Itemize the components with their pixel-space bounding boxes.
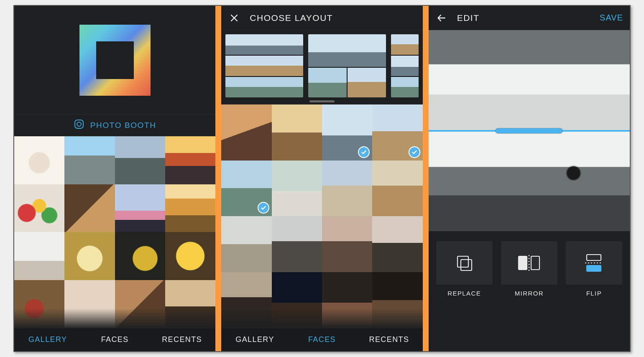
faces-thumb[interactable] — [272, 105, 322, 161]
tab-faces[interactable]: FACES — [289, 335, 355, 344]
faces-thumb[interactable] — [272, 216, 322, 272]
gallery-thumb[interactable] — [64, 232, 115, 280]
svg-rect-8 — [461, 260, 472, 270]
close-icon[interactable] — [228, 12, 240, 24]
layout-option[interactable] — [391, 34, 419, 97]
screen-edit: EDIT SAVE — [429, 6, 630, 351]
faces-grid — [221, 105, 422, 328]
flip-label: FLIP — [566, 290, 622, 297]
photo-booth-label: PHOTO BOOTH — [90, 121, 156, 130]
faces-thumb[interactable] — [221, 161, 271, 217]
faces-thumb[interactable] — [322, 161, 372, 217]
selected-check-icon — [258, 202, 269, 214]
faces-thumb[interactable] — [221, 272, 271, 328]
svg-rect-1 — [96, 41, 134, 79]
faces-thumb[interactable] — [221, 105, 271, 161]
svg-point-3 — [77, 122, 81, 126]
home-tabs: GALLERY FACES RECENTS — [14, 328, 215, 351]
tab-gallery[interactable]: GALLERY — [14, 335, 81, 344]
svg-rect-9 — [519, 256, 527, 270]
app-logo-area — [14, 6, 215, 115]
layout-options-carousel[interactable] — [221, 30, 422, 105]
choose-layout-title: CHOOSE LAYOUT — [250, 13, 333, 23]
tab-recents[interactable]: RECENTS — [148, 335, 215, 344]
layout-option[interactable] — [308, 34, 386, 97]
faces-thumb[interactable] — [272, 272, 322, 328]
replace-button[interactable] — [436, 241, 493, 285]
tab-gallery[interactable]: GALLERY — [221, 335, 288, 344]
back-icon[interactable] — [435, 12, 448, 24]
faces-thumb[interactable] — [372, 216, 422, 272]
choose-tabs: GALLERY FACES RECENTS — [221, 328, 422, 351]
faces-thumb[interactable] — [221, 216, 271, 272]
choose-layout-header: CHOOSE LAYOUT — [221, 6, 422, 30]
layout-pane-top[interactable] — [429, 30, 630, 131]
screen-choose-layout: CHOOSE LAYOUT GALLERY FACES R — [221, 6, 422, 351]
faces-thumb[interactable] — [372, 105, 422, 161]
gallery-thumb[interactable] — [14, 136, 64, 184]
svg-rect-7 — [457, 256, 468, 267]
selected-check-icon — [358, 146, 370, 158]
screen-home: PHOTO BOOTH GALLERY FACES RECENTS — [14, 6, 215, 351]
edit-header: EDIT SAVE — [429, 6, 630, 30]
gallery-thumb[interactable] — [64, 184, 115, 232]
selected-check-icon — [409, 146, 420, 158]
gallery-thumb[interactable] — [165, 136, 215, 184]
layout-option[interactable] — [225, 34, 303, 97]
layout-pane-bottom[interactable] — [429, 131, 630, 232]
tab-faces[interactable]: FACES — [81, 335, 148, 344]
svg-rect-2 — [75, 120, 83, 128]
replace-label: REPLACE — [436, 290, 493, 297]
gallery-thumb[interactable] — [115, 136, 165, 184]
gallery-thumb[interactable] — [14, 184, 64, 232]
faces-thumb[interactable] — [322, 272, 372, 328]
svg-rect-10 — [531, 256, 539, 270]
svg-rect-12 — [587, 255, 601, 260]
faces-thumb[interactable] — [272, 161, 322, 217]
gallery-thumb[interactable] — [165, 232, 215, 280]
save-button[interactable]: SAVE — [600, 13, 623, 23]
triptych-frame: PHOTO BOOTH GALLERY FACES RECENTS CHOOSE… — [13, 5, 631, 352]
layout-app-logo-icon — [78, 23, 152, 97]
camera-icon — [74, 119, 84, 132]
gallery-thumb[interactable] — [64, 280, 115, 328]
flip-button[interactable] — [566, 241, 622, 285]
photo-booth-button[interactable]: PHOTO BOOTH — [14, 115, 215, 136]
gallery-thumb[interactable] — [14, 232, 64, 280]
mirror-label: MIRROR — [501, 290, 557, 297]
svg-rect-13 — [587, 265, 601, 271]
carousel-handle-icon[interactable] — [309, 100, 335, 102]
gallery-thumb[interactable] — [14, 280, 64, 328]
gallery-thumb[interactable] — [165, 280, 215, 328]
tab-recents[interactable]: RECENTS — [355, 335, 422, 344]
gallery-grid — [14, 136, 215, 328]
mirror-button[interactable] — [501, 241, 557, 285]
faces-thumb[interactable] — [322, 105, 372, 161]
gallery-thumb[interactable] — [165, 184, 215, 232]
faces-thumb[interactable] — [322, 216, 372, 272]
edit-tools: REPLACE MIRROR FLIP — [429, 231, 630, 351]
edit-title: EDIT — [457, 13, 480, 23]
faces-thumb[interactable] — [372, 272, 422, 328]
gallery-thumb[interactable] — [115, 232, 165, 280]
gallery-thumb[interactable] — [64, 136, 115, 184]
edit-canvas[interactable] — [429, 30, 630, 231]
gallery-thumb[interactable] — [115, 280, 165, 328]
faces-thumb[interactable] — [372, 161, 422, 217]
gallery-thumb[interactable] — [115, 184, 165, 232]
